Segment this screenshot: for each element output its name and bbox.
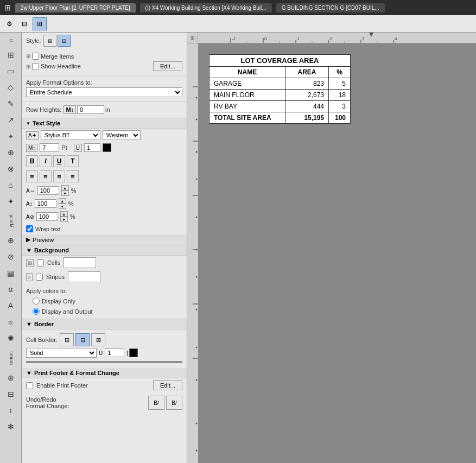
sidebar-btn-1[interactable]: ⊞ xyxy=(2,47,20,62)
apply-format-label: Apply Format Options to: xyxy=(26,79,92,86)
toolbar-view-btn1[interactable]: ⊟ xyxy=(17,17,31,30)
align-center-btn[interactable]: ≡ xyxy=(40,170,52,182)
toolbar-view-btn2[interactable]: ⊞ xyxy=(33,17,47,30)
font-name-select[interactable]: Stylus BT xyxy=(41,130,100,140)
border-icon-inner[interactable]: ⊞ xyxy=(60,333,74,346)
align-left-btn[interactable]: ≡ xyxy=(26,170,38,182)
stripes-label: Stripes xyxy=(46,274,65,280)
sidebar-btn-21[interactable]: ✻ xyxy=(2,419,20,434)
border-line-icon: | xyxy=(126,350,128,356)
undo-btn[interactable]: B/ xyxy=(148,396,164,410)
display-output-radio[interactable] xyxy=(33,308,40,315)
cells-color-swatch[interactable] xyxy=(64,257,96,268)
show-headline-edit-btn[interactable]: Edit... xyxy=(153,61,182,71)
border-icon-group: ⊞ ⊟ ⊠ xyxy=(60,333,105,346)
sidebar-btn-11[interactable]: ⊕ xyxy=(2,233,20,248)
sidebar-btn-16[interactable]: ☼ xyxy=(2,314,20,329)
svg-point-43 xyxy=(196,450,198,452)
stripes-checkbox[interactable] xyxy=(36,274,43,281)
scale2-up-btn[interactable]: ▲ xyxy=(59,198,66,204)
font-size-icon: M↕ xyxy=(26,144,37,152)
sidebar-btn-8[interactable]: ⊗ xyxy=(2,161,20,176)
text-style-header[interactable]: ▼ Text Style xyxy=(22,118,187,129)
apply-format-section: Apply Format Options to: Entire Schedule xyxy=(22,75,187,102)
tab-floor-plan[interactable]: 2w Upper Floor Plan [2. UPPER TOP PLATE] xyxy=(15,3,136,12)
show-headline-checkbox[interactable] xyxy=(32,63,39,70)
sidebar-btn-19[interactable]: ⊟ xyxy=(2,386,20,402)
row2-name: RV BAY xyxy=(210,101,285,112)
apply-format-select[interactable]: Entire Schedule xyxy=(26,87,182,97)
scale2-down-btn[interactable]: ▼ xyxy=(59,204,66,209)
display-only-radio[interactable] xyxy=(33,297,40,305)
sidebar-btn-6[interactable]: ⌖ xyxy=(2,129,20,144)
text-color-swatch[interactable] xyxy=(103,143,111,152)
tab-section[interactable]: (I) X4 Working Building Section [X4 Work… xyxy=(140,3,272,12)
svg-point-40 xyxy=(196,347,198,348)
svg-point-32 xyxy=(196,97,198,99)
border-header[interactable]: ▼ Border xyxy=(22,319,187,329)
border-style-select[interactable]: Solid xyxy=(26,348,97,358)
border-icon-outer[interactable]: ⊟ xyxy=(75,333,90,346)
align-right-btn[interactable]: ≡ xyxy=(53,170,65,182)
scale3-down-btn[interactable]: ▼ xyxy=(60,217,68,222)
sidebar-btn-12[interactable]: ⊘ xyxy=(2,249,20,264)
sidebar-btn-18[interactable]: ⊕ xyxy=(2,370,20,385)
strikethrough-btn[interactable]: T xyxy=(67,155,79,167)
undo-redo-row: Undo/Redo Format Change: B/ B/ xyxy=(26,396,182,410)
bold-btn[interactable]: B xyxy=(26,155,38,167)
enable-print-footer-checkbox[interactable] xyxy=(26,382,33,389)
print-footer-edit-btn[interactable]: Edit... xyxy=(153,380,182,390)
sidebar-btn-14[interactable]: α xyxy=(2,282,20,297)
scale1-up-btn[interactable]: ▲ xyxy=(61,185,69,191)
table-row: GARAGE 823 5 xyxy=(210,78,351,90)
border-icon-all[interactable]: ⊠ xyxy=(91,333,105,346)
scale3-input[interactable]: 100 xyxy=(36,212,58,221)
row-height-input[interactable]: 0 xyxy=(77,105,104,114)
font-style-select[interactable]: Western xyxy=(103,130,141,140)
svg-text:1: 1 xyxy=(187,86,188,88)
scale2-input[interactable]: 100 xyxy=(35,199,56,208)
cells-checkbox[interactable] xyxy=(37,259,44,267)
sidebar-btn-4[interactable]: ✎ xyxy=(2,96,20,111)
font-size-input[interactable]: 7 xyxy=(40,143,59,152)
stripes-color-swatch[interactable] xyxy=(68,271,100,282)
scale1-input[interactable]: 100 xyxy=(37,186,59,195)
background-header[interactable]: ▼ Background xyxy=(22,245,187,256)
font-size-row: M↕ 7 Pt U 1 xyxy=(22,142,187,154)
text-style-title: Text Style xyxy=(33,120,60,126)
scale3-up-btn[interactable]: ▲ xyxy=(60,211,68,217)
background-arrow: ▼ xyxy=(26,247,32,253)
sidebar-btn-5[interactable]: ↗ xyxy=(2,112,20,128)
sidebar-btn-3[interactable]: ◇ xyxy=(2,80,20,95)
sidebar-btn-13[interactable]: ▤ xyxy=(2,265,20,281)
row1-pct: 18 xyxy=(329,90,351,101)
svg-point-35 xyxy=(196,179,198,180)
border-width-input[interactable]: 1 xyxy=(105,348,124,357)
border-color-swatch[interactable] xyxy=(129,348,138,357)
style-list-btn[interactable]: ⊟ xyxy=(58,35,71,47)
scale1-down-btn[interactable]: ▼ xyxy=(61,191,69,196)
sidebar-btn-7[interactable]: ⊕ xyxy=(2,145,20,160)
svg-text:3: 3 xyxy=(187,194,188,196)
svg-point-36 xyxy=(196,217,198,218)
merge-items-checkbox[interactable] xyxy=(32,53,39,60)
redo-btn[interactable]: B/ xyxy=(166,396,182,410)
tab-building-section[interactable]: G BUILDING SECTION G [CD07 BUIL... xyxy=(276,3,385,12)
print-footer-header[interactable]: ▼ Print Footer & Format Change xyxy=(22,368,187,378)
wrap-text-checkbox[interactable] xyxy=(26,225,33,232)
sidebar-btn-9[interactable]: ⌂ xyxy=(2,177,20,193)
align-justify-btn[interactable]: ≡ xyxy=(67,170,79,182)
sidebar-btn-17[interactable]: ✺ xyxy=(2,331,20,346)
row-heights-row: Row Heights: M↕ 0 in xyxy=(26,105,182,114)
italic-btn[interactable]: I xyxy=(40,155,52,167)
sidebar-btn-10[interactable]: ✦ xyxy=(2,194,20,209)
underline-btn[interactable]: U xyxy=(53,155,65,167)
svg-text:3: 3 xyxy=(362,36,365,41)
sidebar-btn-20[interactable]: ↕ xyxy=(2,403,20,418)
sidebar-btn-15[interactable]: A xyxy=(2,298,20,313)
style-grid-btn[interactable]: ⊞ xyxy=(43,35,56,47)
sidebar-btn-2[interactable]: ▭ xyxy=(2,64,20,79)
toolbar-grid-btn[interactable]: ⚙ xyxy=(2,17,16,30)
preview-header[interactable]: ▶ Preview xyxy=(22,234,187,245)
underline-val-input[interactable]: 1 xyxy=(84,143,100,152)
